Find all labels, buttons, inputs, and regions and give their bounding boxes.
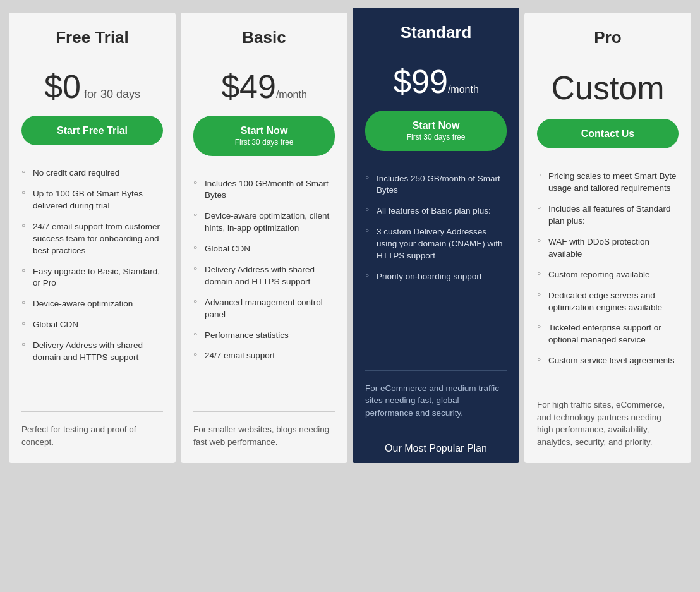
basic-footer-text: For smaller websites, blogs needing fast… [181, 417, 347, 463]
basic-feature-1: Device-aware optimization, client hints,… [193, 206, 335, 239]
free-trial-cta-button[interactable]: Start Free Trial [21, 116, 163, 145]
basic-feature-6: 24/7 email support [193, 346, 335, 366]
standard-price: $99/month [365, 65, 507, 98]
plan-card-free-trial: Free Trial$0 for 30 daysStart Free Trial… [9, 13, 176, 463]
pricing-grid: Free Trial$0 for 30 daysStart Free Trial… [6, 13, 694, 463]
standard-cta-button[interactable]: Start NowFirst 30 days free [365, 111, 507, 151]
free-trial-feature-1: Up to 100 GB of Smart Bytes delivered du… [21, 184, 163, 217]
free-trial-header: Free Trial [9, 13, 176, 57]
standard-title: Standard [365, 23, 507, 42]
plan-card-standard: Standard$99/monthStart NowFirst 30 days … [353, 8, 519, 463]
pro-features: Pricing scales to meet Smart Byte usage … [524, 161, 691, 382]
pro-cta-button[interactable]: Contact Us [537, 119, 679, 148]
basic-title: Basic [193, 28, 335, 47]
free-trial-feature-2: 24/7 email support from customer success… [21, 217, 163, 262]
basic-feature-5: Performance statistics [193, 325, 335, 346]
basic-header: Basic [181, 13, 347, 57]
plan-card-basic: Basic$49/monthStart NowFirst 30 days fre… [181, 13, 347, 463]
basic-feature-3: Delivery Address with shared domain and … [193, 260, 335, 293]
free-trial-title: Free Trial [21, 28, 163, 47]
pro-price-section: Custom [524, 57, 691, 116]
basic-feature-2: Global CDN [193, 239, 335, 260]
standard-header: Standard [353, 8, 519, 52]
standard-feature-0: Includes 250 GB/month of Smart Bytes [365, 169, 507, 202]
pro-title: Pro [537, 28, 679, 47]
basic-feature-0: Includes 100 GB/month of Smart Bytes [193, 174, 335, 207]
basic-price: $49/month [193, 70, 335, 103]
pro-feature-3: Custom reporting available [537, 265, 679, 286]
plan-card-pro: ProCustomContact UsPricing scales to mee… [524, 13, 691, 463]
free-trial-features: No credit card requiredUp to 100 GB of S… [9, 158, 176, 406]
free-trial-feature-6: Delivery Address with shared domain and … [21, 335, 163, 368]
pro-feature-5: Ticketed enterprise support or optional … [537, 318, 679, 351]
free-trial-price-section: $0 for 30 days [9, 57, 176, 113]
basic-divider [193, 411, 335, 412]
pro-feature-2: WAF with DDoS protection available [537, 232, 679, 265]
standard-feature-1: All features of Basic plan plus: [365, 201, 507, 222]
free-trial-feature-5: Global CDN [21, 315, 163, 335]
basic-cta-button[interactable]: Start NowFirst 30 days free [193, 116, 335, 156]
pro-header: Pro [524, 13, 691, 57]
basic-feature-4: Advanced management control panel [193, 293, 335, 325]
standard-price-section: $99/month [353, 52, 519, 108]
pro-feature-6: Custom service level agreements [537, 351, 679, 372]
pro-feature-1: Includes all features of Standard plan p… [537, 199, 679, 232]
standard-feature-2: 3 custom Delivery Addresses using your d… [365, 222, 507, 267]
pro-price: Custom [537, 70, 679, 106]
pro-feature-4: Dedicated edge servers and optimization … [537, 286, 679, 318]
standard-feature-3: Priority on-boarding support [365, 267, 507, 287]
free-trial-footer-text: Perfect for testing and proof of concept… [9, 417, 176, 463]
free-trial-feature-3: Easy upgrade to Basic, Standard, or Pro [21, 262, 163, 294]
popular-banner: Our Most Popular Plan [353, 434, 519, 463]
free-trial-feature-0: No credit card required [21, 163, 163, 184]
standard-features: Includes 250 GB/month of Smart BytesAll … [353, 164, 519, 365]
free-trial-price: $0 for 30 days [21, 70, 163, 103]
basic-features: Includes 100 GB/month of Smart BytesDevi… [181, 169, 347, 407]
pro-feature-0: Pricing scales to meet Smart Byte usage … [537, 166, 679, 199]
standard-divider [365, 370, 507, 371]
pro-divider [537, 387, 679, 387]
pro-footer-text: For high traffic sites, eCommerce, and t… [524, 392, 691, 463]
standard-footer-text: For eCommerce and medium traffic sites n… [353, 376, 519, 435]
free-trial-feature-4: Device-aware optimization [21, 294, 163, 315]
basic-price-section: $49/month [181, 57, 347, 113]
free-trial-divider [21, 411, 163, 412]
